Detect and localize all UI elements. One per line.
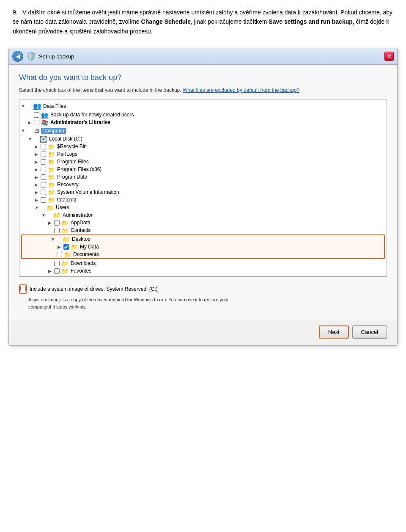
tree-label: Desktop <box>72 236 91 242</box>
step-middle: , jinak pokračujeme tlačítkem <box>191 18 269 25</box>
tree-item-desktop[interactable]: ▼ 📁 Desktop <box>22 235 384 243</box>
tree-item-contacts[interactable]: 📁 Contacts <box>19 226 387 234</box>
folder-icon: 📁 <box>61 260 69 266</box>
setup-backup-icon: 🛡️ <box>26 51 36 61</box>
tree-label: ProgramData <box>57 174 87 180</box>
checkbox-my-data[interactable] <box>63 244 69 250</box>
tree-item-recycle[interactable]: ▶ 📁 $Recycle.Bin <box>19 143 387 150</box>
checkbox-totalcmd[interactable] <box>41 197 46 203</box>
tree-item-programdata[interactable]: ▶ 📁 ProgramData <box>19 173 387 181</box>
disk-icon: 💽 <box>40 136 47 142</box>
checkbox-programdata[interactable] <box>41 174 46 180</box>
back-button[interactable]: ◀ <box>12 51 23 62</box>
tree-item-appdata[interactable]: ▶ 📁 AppData <box>19 219 387 226</box>
tree-label: totalcmd <box>57 197 76 203</box>
checkbox-downloads[interactable] <box>54 261 60 266</box>
expand-icon: ▶ <box>35 152 40 157</box>
user-icon: 👥 <box>41 112 49 118</box>
folder-icon: 📁 <box>48 159 55 165</box>
title-bar-label: Set up backup <box>39 53 74 60</box>
tree-item-my-data[interactable]: ▶ 📁 My Data <box>22 243 384 251</box>
include-system-image-section: Include a system image of drives: System… <box>19 281 387 314</box>
tree-item-program-files[interactable]: ▶ 📁 Program Files <box>19 158 387 165</box>
checkbox-backup-new-users[interactable] <box>34 112 39 118</box>
folder-icon: 📁 <box>48 166 55 172</box>
tree-item-data-files[interactable]: ▼ 👥 Data Files <box>19 101 387 111</box>
folder-icon: 📁 <box>48 174 55 180</box>
excluded-files-link[interactable]: What files are excluded by default from … <box>183 87 299 93</box>
tree-label: Downloads <box>71 260 96 266</box>
expand-icon: ▶ <box>35 175 40 179</box>
tree-item-backup-new-users[interactable]: 👥 Back up data for newly created users <box>19 111 387 119</box>
data-files-icon: 👥 <box>33 102 41 110</box>
expand-icon: ▶ <box>48 269 53 273</box>
expand-icon: ▶ <box>35 198 40 202</box>
tree-label: Administrator's Libraries <box>50 119 110 125</box>
checkbox-appdata[interactable] <box>54 220 60 226</box>
step-number: 9. <box>13 9 18 16</box>
expand-icon: ▶ <box>35 144 40 149</box>
backup-dialog: ◀ 🛡️ Set up backup ✕ What do you want to… <box>8 48 398 346</box>
include-system-image-checkbox[interactable] <box>20 286 26 291</box>
next-button[interactable]: Next <box>319 325 349 339</box>
expand-icon: ▶ <box>35 160 40 164</box>
title-bar-left: ◀ 🛡️ Set up backup <box>12 51 74 62</box>
checkbox-admin-libraries[interactable] <box>34 120 39 125</box>
checkbox-documents[interactable] <box>57 252 62 257</box>
step-bold2: Save settings and run backup <box>269 18 352 25</box>
tree-item-favorites[interactable]: ▶ 📁 Favorites <box>19 267 387 275</box>
tree-item-perflogs[interactable]: ▶ 📁 PerfLogs <box>19 150 387 158</box>
tree-item-users[interactable]: ▼ 📁 Users <box>19 204 387 211</box>
tree-label: PerfLogs <box>57 151 77 157</box>
step-bold1: Change Schedule <box>141 18 191 25</box>
checkbox-perflogs[interactable] <box>41 152 46 157</box>
folder-icon: 📁 <box>48 151 55 157</box>
tree-item-documents[interactable]: 📁 Documents <box>22 251 384 258</box>
folder-icon: 📁 <box>63 236 70 242</box>
desktop-highlight-box: ▼ 📁 Desktop ▶ 📁 My Data 📁 D <box>21 234 385 259</box>
folder-icon: 📁 <box>61 220 69 226</box>
tree-item-admin-libraries[interactable]: ▶ 📚 Administrator's Libraries <box>19 119 387 126</box>
dialog-content: What do you want to back up? Select the … <box>9 65 397 320</box>
folder-icon: 📁 <box>48 143 55 149</box>
cancel-button[interactable]: Cancel <box>352 325 387 339</box>
expand-icon: ▼ <box>35 205 40 210</box>
folder-icon: 📁 <box>53 212 61 218</box>
checkbox-program-files-x86[interactable] <box>41 167 46 172</box>
tree-item-local-disk[interactable]: ▼ 💽 Local Disk (C:) <box>19 135 387 143</box>
tree-label: Program Files (x86) <box>57 166 102 172</box>
dialog-heading: What do you want to back up? <box>19 73 387 82</box>
library-icon: 📚 <box>41 119 49 125</box>
folder-icon: 📁 <box>61 268 69 274</box>
folder-icon: 📁 <box>48 197 55 203</box>
file-tree[interactable]: ▼ 👥 Data Files 👥 Back up data for newly … <box>19 99 387 277</box>
tree-label: Favorites <box>71 268 91 274</box>
tree-item-computer[interactable]: ▼ 🖥 Computer <box>19 126 387 135</box>
checkbox-recovery[interactable] <box>41 182 46 187</box>
expand-icon: ▶ <box>35 167 40 172</box>
tree-item-totalcmd[interactable]: ▶ 📁 totalcmd <box>19 196 387 204</box>
checkbox-program-files[interactable] <box>41 159 46 165</box>
checkbox-sys-vol-info[interactable] <box>41 190 46 195</box>
tree-item-downloads[interactable]: 📁 Downloads <box>19 259 387 267</box>
dialog-subtext: Select the check box of the items that y… <box>19 86 387 94</box>
expand-icon: ▼ <box>41 213 47 218</box>
checkbox-contacts[interactable] <box>54 228 60 233</box>
folder-icon: 📁 <box>61 227 69 233</box>
tree-label: $Recycle.Bin <box>57 143 87 149</box>
tree-item-recovery[interactable]: ▶ 📁 Recovery <box>19 181 387 188</box>
close-button[interactable]: ✕ <box>384 52 394 61</box>
tree-item-program-files-x86[interactable]: ▶ 📁 Program Files (x86) <box>19 165 387 173</box>
include-row: Include a system image of drives: System… <box>19 284 387 294</box>
folder-icon: 📁 <box>48 182 55 187</box>
checkbox-recycle[interactable] <box>41 144 46 149</box>
checkbox-favorites[interactable] <box>54 268 60 274</box>
tree-label: Documents <box>73 251 99 257</box>
expand-icon: ▶ <box>35 190 40 195</box>
expand-icon: ▼ <box>21 104 26 108</box>
tree-item-administrator[interactable]: ▼ 📁 Administrator <box>19 211 387 219</box>
include-label: Include a system image of drives: System… <box>30 286 158 292</box>
expand-icon: ▶ <box>35 182 40 187</box>
tree-item-sys-vol-info[interactable]: ▶ 📁 System Volume Information <box>19 188 387 196</box>
expand-icon: ▼ <box>51 237 56 242</box>
